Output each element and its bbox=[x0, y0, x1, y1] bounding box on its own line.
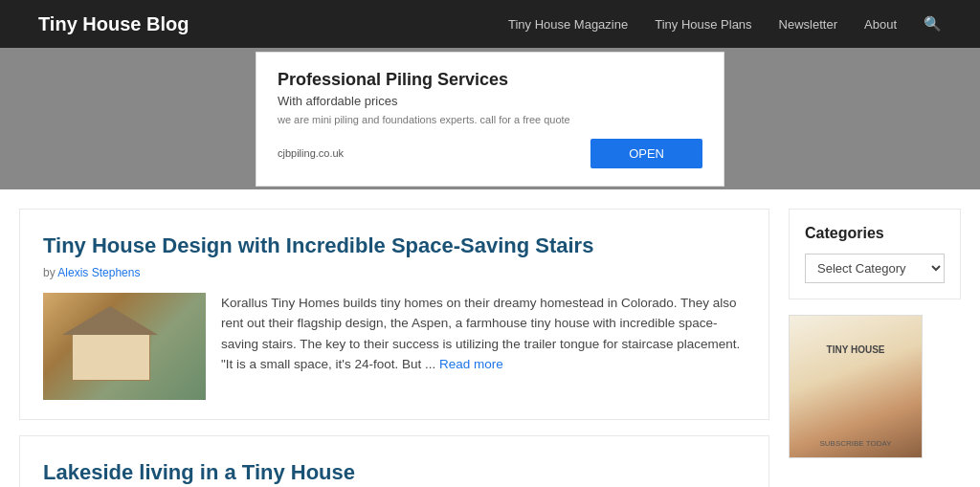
author-link[interactable]: Alexis Stephens bbox=[57, 266, 140, 279]
article-content: Korallus Tiny Homes builds tiny homes on… bbox=[43, 293, 746, 400]
ad-banner: Professional Piling Services With afford… bbox=[0, 48, 980, 189]
read-more-link[interactable]: Read more bbox=[439, 357, 503, 371]
sidebar-ad[interactable] bbox=[789, 315, 961, 458]
article-byline: by Alexis Stephens bbox=[43, 266, 746, 279]
nav-plans[interactable]: Tiny House Plans bbox=[655, 17, 751, 32]
article-card: Tiny House Design with Incredible Space-… bbox=[19, 209, 769, 420]
search-icon[interactable]: 🔍 bbox=[924, 15, 942, 33]
nav-about[interactable]: About bbox=[864, 17, 897, 32]
nav-magazine[interactable]: Tiny House Magazine bbox=[508, 17, 628, 32]
article-title-2[interactable]: Lakeside living in a Tiny House bbox=[43, 459, 746, 487]
ad-box: Professional Piling Services With afford… bbox=[256, 52, 724, 187]
sidebar: Categories Select Category Design DIY Fe… bbox=[789, 209, 961, 487]
sidebar-ad-image bbox=[789, 315, 923, 458]
site-header: Tiny House Blog Tiny House Magazine Tiny… bbox=[0, 0, 980, 48]
categories-title: Categories bbox=[805, 225, 945, 242]
ad-domain: cjbpiling.co.uk bbox=[278, 147, 344, 159]
content-area: Tiny House Design with Incredible Space-… bbox=[19, 209, 769, 487]
ad-title: Professional Piling Services bbox=[278, 70, 702, 90]
site-title[interactable]: Tiny House Blog bbox=[38, 13, 189, 35]
sidebar-categories: Categories Select Category Design DIY Fe… bbox=[789, 209, 961, 299]
nav-newsletter[interactable]: Newsletter bbox=[779, 17, 837, 32]
article-excerpt: Korallus Tiny Homes builds tiny homes on… bbox=[221, 293, 746, 400]
main-nav: Tiny House Magazine Tiny House Plans New… bbox=[508, 15, 942, 33]
article-thumbnail bbox=[43, 293, 206, 400]
ad-footer: cjbpiling.co.uk OPEN bbox=[278, 139, 702, 168]
categories-select[interactable]: Select Category Design DIY Featured Maga… bbox=[805, 254, 945, 283]
ad-open-button[interactable]: OPEN bbox=[590, 139, 702, 168]
byline-prefix: by bbox=[43, 266, 56, 279]
ad-subtitle: With affordable prices bbox=[278, 94, 702, 108]
article-card-2: Lakeside living in a Tiny House by Kent … bbox=[19, 435, 769, 487]
article-title[interactable]: Tiny House Design with Incredible Space-… bbox=[43, 232, 746, 260]
article-thumb-image bbox=[43, 293, 206, 400]
main-wrapper: Tiny House Design with Incredible Space-… bbox=[0, 189, 980, 487]
ad-body: we are mini piling and foundations exper… bbox=[278, 114, 702, 125]
